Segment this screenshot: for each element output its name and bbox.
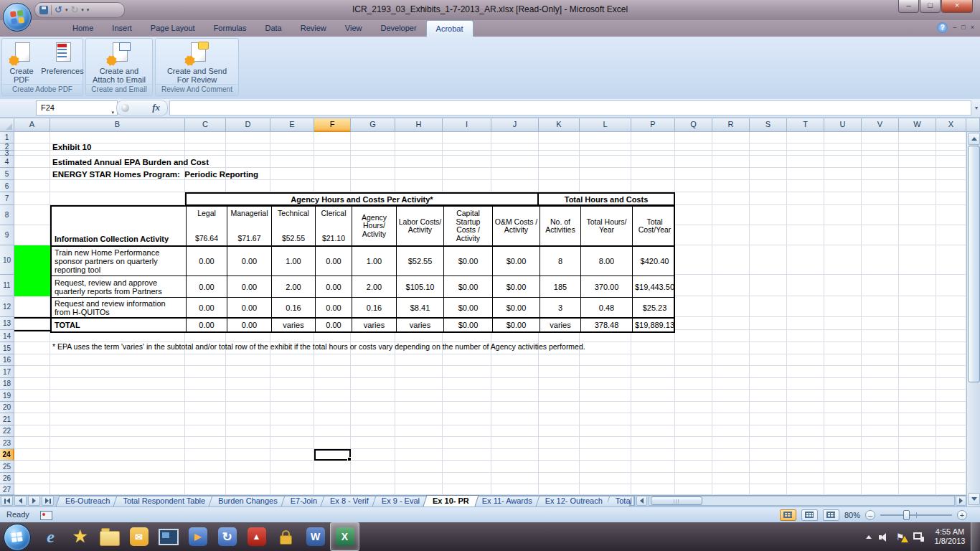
- total-value-cell[interactable]: varies: [540, 319, 581, 331]
- vertical-scrollbar[interactable]: [966, 132, 980, 507]
- name-box-dropdown-icon[interactable]: ▾: [111, 105, 114, 119]
- total-value-cell[interactable]: 0.00: [187, 319, 227, 331]
- value-cell[interactable]: 3: [540, 298, 581, 317]
- ribbon-tab-insert[interactable]: Insert: [103, 20, 141, 37]
- row-header-19[interactable]: 19: [0, 390, 14, 402]
- office-button[interactable]: [3, 3, 32, 32]
- undo-dropdown-icon[interactable]: ▾: [65, 7, 68, 13]
- value-cell[interactable]: $52.55: [397, 247, 444, 276]
- row-header-9[interactable]: 9: [0, 225, 14, 245]
- group-label[interactable]: Create Adobe PDF: [2, 84, 83, 95]
- sheet-tab-ex-8-verif[interactable]: Ex 8 - Verif: [322, 496, 377, 507]
- column-header-T[interactable]: T: [787, 118, 824, 132]
- column-header-D[interactable]: D: [226, 118, 270, 132]
- value-cell[interactable]: 0.00: [316, 247, 352, 276]
- row-header-27[interactable]: 27: [0, 484, 14, 495]
- column-header-C[interactable]: C: [185, 118, 226, 132]
- worksheet-grid[interactable]: Exhibit 10 Estimated Annual EPA Burden a…: [0, 132, 966, 495]
- table-column-header[interactable]: Total Cost/Year: [633, 207, 677, 245]
- normal-view-button[interactable]: [780, 509, 796, 521]
- ribbon-tab-acrobat[interactable]: Acrobat: [426, 20, 473, 37]
- column-header-Q[interactable]: Q: [675, 118, 712, 132]
- table-column-header[interactable]: Capital Startup Costs / Activity: [444, 207, 493, 245]
- value-cell[interactable]: 0.00: [187, 276, 227, 297]
- ribbon-tab-page-layout[interactable]: Page Layout: [141, 20, 204, 37]
- total-value-cell[interactable]: varies: [272, 319, 316, 331]
- value-cell[interactable]: 0.00: [227, 247, 272, 276]
- row-header-11[interactable]: 11: [0, 275, 14, 296]
- name-box[interactable]: F24 ▾: [36, 100, 118, 116]
- taskbar-icon-word[interactable]: W: [301, 522, 330, 551]
- group-label[interactable]: Create and Email: [86, 84, 152, 95]
- column-header-V[interactable]: V: [862, 118, 899, 132]
- band-agency-hours[interactable]: Agency Hours and Costs Per Activity*: [187, 194, 539, 204]
- row-header-14[interactable]: 14: [0, 330, 14, 342]
- value-cell[interactable]: $19,443.50: [633, 276, 677, 297]
- column-header-G[interactable]: G: [351, 118, 395, 132]
- value-cell[interactable]: 8.00: [581, 247, 633, 276]
- row-header-16[interactable]: 16: [0, 354, 14, 366]
- value-cell[interactable]: $0.00: [444, 276, 493, 297]
- sheet-tab-e7-join[interactable]: E7-Join: [283, 496, 325, 507]
- row-header-13[interactable]: 13: [0, 317, 14, 330]
- first-sheet-icon[interactable]: [1, 496, 13, 506]
- value-cell[interactable]: $8.41: [397, 298, 444, 317]
- total-value-cell[interactable]: $19,889.13: [633, 319, 677, 331]
- select-all-corner[interactable]: [0, 118, 14, 132]
- row-header-17[interactable]: 17: [0, 366, 14, 378]
- column-header-L[interactable]: L: [580, 118, 631, 132]
- ribbon-tab-view[interactable]: View: [336, 20, 372, 37]
- taskbar-icon-outlook[interactable]: ✉: [124, 522, 154, 551]
- value-cell[interactable]: 0.16: [272, 298, 316, 317]
- help-icon[interactable]: ?: [937, 22, 948, 33]
- zoom-level[interactable]: 80%: [844, 511, 860, 519]
- row-header-23[interactable]: 23: [0, 437, 14, 449]
- value-cell[interactable]: $0.00: [493, 276, 540, 297]
- hscroll-right-icon[interactable]: [956, 496, 966, 506]
- green-highlight-cell[interactable]: [14, 245, 50, 296]
- value-cell[interactable]: 1.00: [272, 247, 316, 276]
- formula-input[interactable]: [169, 100, 971, 116]
- total-value-cell[interactable]: varies: [352, 319, 397, 331]
- activity-cell[interactable]: Request, review and approve quarterly re…: [52, 276, 187, 297]
- sheet-tab-ex-10-pr[interactable]: Ex 10- PR: [425, 495, 477, 507]
- header-information-collection-activity[interactable]: Information Collection Activity: [52, 207, 187, 245]
- undo-icon[interactable]: ↺: [55, 6, 62, 14]
- row-header-25[interactable]: 25: [0, 461, 14, 473]
- column-header-S[interactable]: S: [750, 118, 787, 132]
- volume-icon[interactable]: [879, 532, 889, 542]
- redo-icon[interactable]: ↻: [70, 6, 78, 14]
- workbook-minimize-icon[interactable]: –: [953, 22, 956, 33]
- workbook-restore-icon[interactable]: □: [961, 22, 965, 33]
- minimize-button[interactable]: –: [898, 0, 919, 13]
- ribbon-tab-review[interactable]: Review: [291, 20, 336, 37]
- value-cell[interactable]: $0.00: [444, 247, 493, 276]
- value-cell[interactable]: $0.00: [444, 298, 493, 317]
- row-header-18[interactable]: 18: [0, 378, 14, 390]
- table-column-header[interactable]: Total Hours/ Year: [581, 207, 633, 245]
- row-header-6[interactable]: 6: [0, 180, 14, 192]
- row-header-4[interactable]: 4: [0, 156, 14, 168]
- total-value-cell[interactable]: 378.48: [581, 319, 633, 331]
- page-layout-view-button[interactable]: [801, 509, 818, 521]
- table-column-header[interactable]: Agency Hours/ Activity: [352, 207, 397, 245]
- value-cell[interactable]: 0.00: [187, 247, 227, 276]
- total-value-cell[interactable]: 0.00: [316, 319, 352, 331]
- row-header-1[interactable]: 1: [0, 132, 14, 143]
- total-value-cell[interactable]: $0.00: [444, 319, 493, 331]
- ribbon-tab-home[interactable]: Home: [63, 20, 103, 37]
- value-cell[interactable]: 2.00: [352, 276, 397, 297]
- column-header-H[interactable]: H: [395, 118, 443, 132]
- taskbar-icon-media-player[interactable]: ▶: [183, 522, 212, 551]
- row-header-22[interactable]: 22: [0, 425, 14, 437]
- value-cell[interactable]: 0.16: [352, 298, 397, 317]
- row-header-12[interactable]: 12: [0, 296, 14, 317]
- zoom-slider[interactable]: [880, 514, 952, 516]
- horizontal-scroll-thumb[interactable]: [651, 496, 702, 505]
- total-value-cell[interactable]: varies: [397, 319, 444, 331]
- create-send-review-button[interactable]: Create and Send For Review: [158, 41, 237, 84]
- row-header-26[interactable]: 26: [0, 473, 14, 484]
- active-cell-F24[interactable]: [314, 449, 351, 461]
- sheet-tab-burden-changes[interactable]: Burden Changes: [210, 496, 286, 507]
- total-value-cell[interactable]: $0.00: [493, 319, 540, 331]
